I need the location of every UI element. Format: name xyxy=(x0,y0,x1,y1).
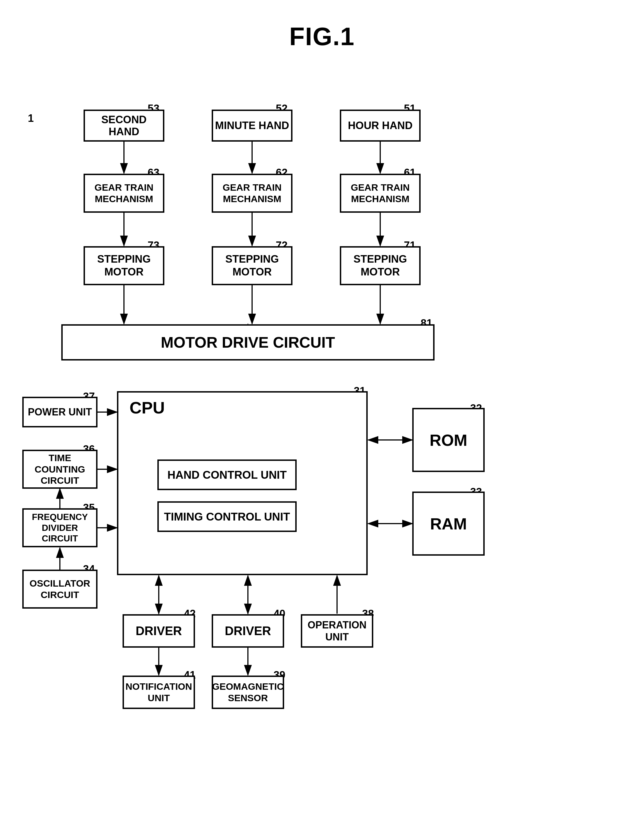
hour-hand-label: HOUR HAND xyxy=(348,120,413,132)
oscillator-label: OSCILLATORCIRCUIT xyxy=(29,578,90,601)
gear-train-62-box: GEAR TRAINMECHANISM xyxy=(212,174,292,213)
minute-hand-label: MINUTE HAND xyxy=(215,120,289,132)
hand-control-label: HAND CONTROL UNIT xyxy=(167,469,287,481)
minute-hand-box: MINUTE HAND xyxy=(212,110,292,142)
time-counting-label: TIME COUNTINGCIRCUIT xyxy=(24,452,96,486)
gear-train-62-label: GEAR TRAINMECHANISM xyxy=(223,182,281,205)
stepping-motor-72-box: STEPPINGMOTOR xyxy=(212,246,292,285)
stepping-motor-73-box: STEPPINGMOTOR xyxy=(84,246,164,285)
timing-control-label: TIMING CONTROL UNIT xyxy=(164,511,290,523)
hour-hand-box: HOUR HAND xyxy=(340,110,421,142)
stepping-motor-71-label: STEPPINGMOTOR xyxy=(353,253,407,278)
page-title: FIG.1 xyxy=(0,0,644,51)
stepping-motor-72-label: STEPPINGMOTOR xyxy=(225,253,279,278)
geomagnetic-label: GEOMAGNETICSENSOR xyxy=(212,681,284,704)
motor-drive-label: MOTOR DRIVE CIRCUIT xyxy=(161,333,335,351)
gear-train-63-label: GEAR TRAINMECHANISM xyxy=(95,182,153,205)
hand-control-unit-box: HAND CONTROL UNIT xyxy=(158,459,297,490)
driver-42-box: DRIVER xyxy=(122,614,195,648)
power-unit-label: POWER UNIT xyxy=(28,406,92,418)
oscillator-circuit-box: OSCILLATORCIRCUIT xyxy=(22,570,98,609)
operation-unit-box: OPERATIONUNIT xyxy=(301,614,373,648)
rom-box: ROM xyxy=(412,408,485,472)
gear-train-61-label: GEAR TRAINMECHANISM xyxy=(351,182,410,205)
motor-drive-circuit-box: MOTOR DRIVE CIRCUIT xyxy=(61,324,434,360)
ram-label: RAM xyxy=(430,514,467,533)
notification-unit-box: NOTIFICATIONUNIT xyxy=(122,675,195,709)
driver-42-label: DRIVER xyxy=(136,624,182,638)
geomagnetic-sensor-box: GEOMAGNETICSENSOR xyxy=(212,675,284,709)
cpu-label: CPU xyxy=(130,398,165,417)
second-hand-box: SECOND HAND xyxy=(84,110,164,142)
timing-control-unit-box: TIMING CONTROL UNIT xyxy=(158,501,297,532)
stepping-motor-71-box: STEPPINGMOTOR xyxy=(340,246,421,285)
gear-train-61-box: GEAR TRAINMECHANISM xyxy=(340,174,421,213)
freq-divider-label: FREQUENCYDIVIDER CIRCUIT xyxy=(24,512,96,544)
second-hand-label: SECOND HAND xyxy=(85,114,163,138)
power-unit-box: POWER UNIT xyxy=(22,397,98,427)
gear-train-63-box: GEAR TRAINMECHANISM xyxy=(84,174,164,213)
diagram-ref-label: 1 xyxy=(28,112,34,124)
time-counting-circuit-box: TIME COUNTINGCIRCUIT xyxy=(22,450,98,489)
rom-label: ROM xyxy=(430,431,467,449)
stepping-motor-73-label: STEPPINGMOTOR xyxy=(97,253,151,278)
cpu-box: CPU HAND CONTROL UNIT TIMING CONTROL UNI… xyxy=(117,391,368,575)
freq-divider-circuit-box: FREQUENCYDIVIDER CIRCUIT xyxy=(22,508,98,547)
operation-label: OPERATIONUNIT xyxy=(307,619,366,643)
driver-40-label: DRIVER xyxy=(225,624,271,638)
driver-40-box: DRIVER xyxy=(212,614,284,648)
ram-box: RAM xyxy=(412,492,485,556)
notification-label: NOTIFICATIONUNIT xyxy=(125,681,192,704)
